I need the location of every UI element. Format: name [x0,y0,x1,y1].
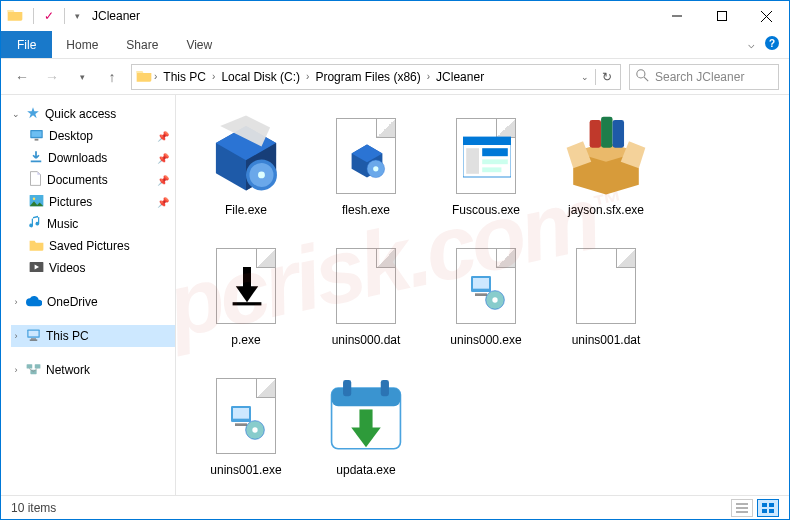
file-tab[interactable]: File [1,31,52,58]
file-label: File.exe [225,203,267,217]
tab-share[interactable]: Share [112,31,172,58]
sidebar-item-label: Saved Pictures [49,239,130,253]
item-icon [29,238,44,254]
file-item[interactable]: Fuscous.exe [426,105,546,235]
file-pane[interactable]: File.exeflesh.exeFuscous.exejayson.sfx.e… [176,95,789,495]
quick-access-toolbar: ✓ ▾ JCleaner [7,7,140,25]
folder-icon [136,68,152,85]
file-item[interactable]: unins001.exe [186,365,306,495]
sidebar-item-label: Pictures [49,195,92,209]
breadcrumb-this-pc[interactable]: This PC [159,70,210,84]
sidebar-item-videos[interactable]: Videos [11,257,175,279]
folder-icon [7,7,23,25]
sidebar-item-documents[interactable]: Documents📌 [11,169,175,191]
sidebar-item-desktop[interactable]: Desktop📌 [11,125,175,147]
file-item[interactable]: p.exe [186,235,306,365]
maximize-button[interactable] [699,1,744,31]
file-item[interactable]: flesh.exe [306,105,426,235]
breadcrumb-local-disk[interactable]: Local Disk (C:) [217,70,304,84]
file-icon [201,111,291,201]
svg-rect-10 [35,138,39,140]
item-icon [29,150,43,167]
file-label: updata.exe [336,463,395,477]
file-icon [201,371,291,461]
item-icon [29,194,44,210]
pc-icon [26,328,41,344]
address-bar[interactable]: › This PC › Local Disk (C:) › Program Fi… [131,64,621,90]
item-icon [29,261,44,276]
address-dropdown-icon[interactable]: ⌄ [581,72,589,82]
back-button[interactable]: ← [11,66,33,88]
close-button[interactable] [744,1,789,31]
sidebar-item-saved-pictures[interactable]: Saved Pictures [11,235,175,257]
qat-properties-icon[interactable]: ✓ [44,9,54,23]
sidebar-this-pc[interactable]: › This PC [11,325,175,347]
svg-rect-54 [359,409,372,429]
sidebar-item-pictures[interactable]: Pictures📌 [11,191,175,213]
pin-icon: 📌 [157,153,169,164]
breadcrumb-separator[interactable]: › [210,71,217,82]
qat-dropdown-icon[interactable]: ▾ [75,11,80,21]
body: ⌄ Quick access Desktop📌Downloads📌Documen… [1,95,789,495]
separator [33,8,34,24]
file-item[interactable]: unins000.exe [426,235,546,365]
sidebar-network[interactable]: › Network [11,359,175,381]
svg-rect-32 [482,148,508,156]
svg-rect-1 [717,12,726,21]
expand-icon[interactable]: › [11,365,21,375]
tab-view[interactable]: View [172,31,226,58]
breadcrumb-program-files[interactable]: Program Files (x86) [311,70,424,84]
svg-rect-39 [233,302,262,305]
file-item[interactable]: jayson.sfx.exe [546,105,666,235]
minimize-button[interactable] [654,1,699,31]
ribbon: File Home Share View ⌵ ? [1,31,789,59]
svg-rect-61 [769,509,774,513]
forward-button[interactable]: → [41,66,63,88]
collapse-icon[interactable]: ⌄ [11,109,21,119]
separator [64,8,65,24]
expand-icon[interactable]: › [11,297,21,307]
svg-point-44 [492,297,497,302]
svg-rect-9 [32,131,42,137]
sidebar-item-music[interactable]: Music [11,213,175,235]
sidebar-quick-access[interactable]: ⌄ Quick access [11,103,175,125]
ribbon-expand-icon[interactable]: ⌵ [748,38,755,51]
breadcrumb-separator[interactable]: › [425,71,432,82]
file-icon [321,111,411,201]
sidebar-item-label: Music [47,217,78,231]
explorer-window: ✓ ▾ JCleaner File Home Share View ⌵ ? ← … [0,0,790,520]
svg-point-6 [637,69,645,77]
svg-point-26 [258,171,265,178]
svg-rect-17 [31,338,36,339]
network-icon [26,362,41,378]
search-icon [636,69,649,85]
pin-icon: 📌 [157,131,169,142]
file-icon [441,111,531,201]
file-item[interactable]: updata.exe [306,365,426,495]
refresh-button[interactable]: ↻ [602,70,612,84]
sidebar-item-downloads[interactable]: Downloads📌 [11,147,175,169]
svg-rect-41 [473,278,489,289]
file-label: p.exe [231,333,260,347]
title-text: JCleaner [92,9,140,23]
svg-rect-18 [30,340,38,341]
breadcrumb-separator[interactable]: › [152,71,159,82]
file-item[interactable]: unins001.dat [546,235,666,365]
svg-rect-58 [762,503,767,507]
cloud-icon [26,295,42,310]
breadcrumb-separator[interactable]: › [304,71,311,82]
search-box[interactable]: Search JCleaner [629,64,779,90]
details-view-button[interactable] [731,499,753,517]
sidebar-onedrive[interactable]: › OneDrive [11,291,175,313]
recent-locations-button[interactable]: ▾ [71,66,93,88]
svg-rect-46 [233,408,249,419]
file-item[interactable]: unins000.dat [306,235,426,365]
tab-home[interactable]: Home [52,31,112,58]
file-item[interactable]: File.exe [186,105,306,235]
breadcrumb-current[interactable]: JCleaner [432,70,488,84]
up-button[interactable]: ↑ [101,66,123,88]
thumbnails-view-button[interactable] [757,499,779,517]
pin-icon: 📌 [157,197,169,208]
help-icon[interactable]: ? [765,36,779,54]
expand-icon[interactable]: › [11,331,21,341]
